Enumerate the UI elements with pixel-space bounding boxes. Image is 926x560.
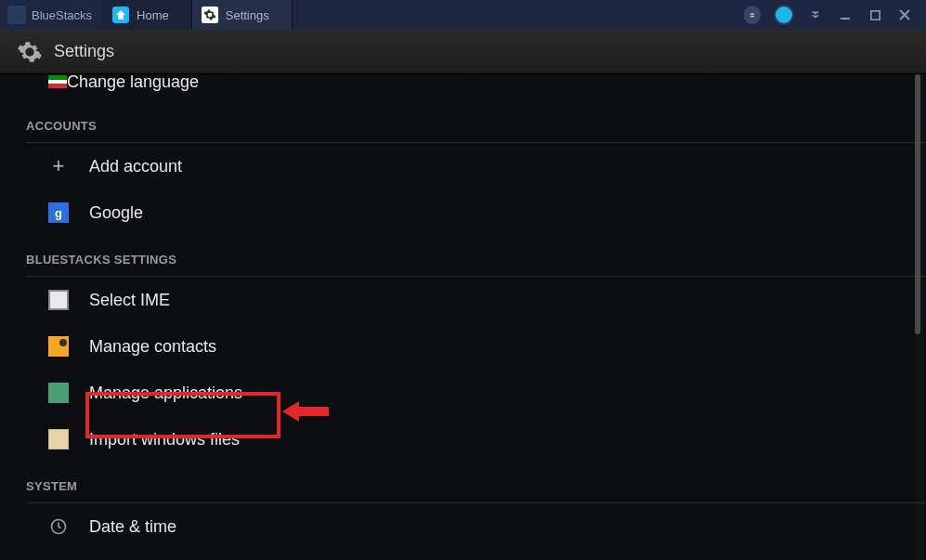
flag-icon	[48, 75, 67, 88]
item-label: Import windows files	[89, 430, 240, 449]
section-header-system: SYSTEM	[0, 462, 926, 502]
section-header-accounts: ACCOUNTS	[0, 102, 926, 142]
tab-label: Settings	[226, 8, 269, 22]
titlebar: BlueStacks Home Settings	[0, 0, 926, 30]
svg-point-1	[752, 13, 754, 15]
item-label: Select IME	[89, 291, 170, 310]
keyboard-icon	[48, 290, 69, 310]
maximize-button[interactable]	[867, 7, 883, 23]
svg-point-0	[750, 13, 752, 15]
tab-settings[interactable]: Settings	[192, 0, 293, 30]
window-controls	[731, 5, 926, 25]
home-icon	[112, 7, 129, 23]
minimize-button[interactable]	[837, 7, 854, 23]
settings-item-manage-applications[interactable]: Manage applications	[0, 370, 926, 416]
settings-item-google[interactable]: g Google	[0, 189, 926, 236]
settings-item-import-windows-files[interactable]: Import windows files	[0, 416, 926, 462]
settings-item-select-ime[interactable]: Select IME	[0, 277, 926, 323]
clock-icon	[48, 516, 69, 537]
item-label: Manage contacts	[89, 337, 216, 357]
item-label: Add account	[89, 157, 182, 176]
svg-rect-3	[870, 10, 879, 19]
page-title: Settings	[54, 42, 114, 61]
item-label: Change language	[67, 74, 199, 92]
close-button[interactable]	[896, 7, 913, 23]
settings-item-date-time[interactable]: Date & time	[0, 503, 926, 550]
tab-home[interactable]: Home	[103, 0, 192, 30]
users-icon[interactable]	[744, 6, 761, 24]
apps-icon	[48, 383, 69, 403]
settings-content: Change language ACCOUNTS + Add account g…	[0, 74, 926, 560]
avatar-icon[interactable]	[774, 5, 794, 25]
folder-icon	[48, 429, 69, 449]
contacts-icon	[48, 336, 69, 357]
page-header: Settings	[0, 30, 926, 74]
settings-icon	[202, 7, 218, 23]
section-header-bluestacks: BLUESTACKS SETTINGS	[0, 236, 926, 276]
item-label: Manage applications	[89, 384, 242, 403]
plus-icon: +	[48, 156, 69, 176]
settings-item-change-language[interactable]: Change language	[0, 74, 926, 102]
brand-section: BlueStacks	[0, 0, 103, 30]
settings-item-accessibility[interactable]: Accessibility	[0, 550, 926, 560]
item-label: Google	[89, 203, 143, 223]
settings-item-manage-contacts[interactable]: Manage contacts	[0, 323, 926, 370]
tab-label: Home	[137, 8, 169, 22]
settings-item-add-account[interactable]: + Add account	[0, 143, 926, 189]
gear-icon	[17, 39, 43, 65]
item-label: Date & time	[89, 517, 176, 537]
brand-text: BlueStacks	[32, 8, 92, 22]
google-icon: g	[48, 202, 69, 223]
chevron-down-icon[interactable]	[807, 7, 824, 23]
bluestacks-logo-icon	[7, 6, 26, 24]
